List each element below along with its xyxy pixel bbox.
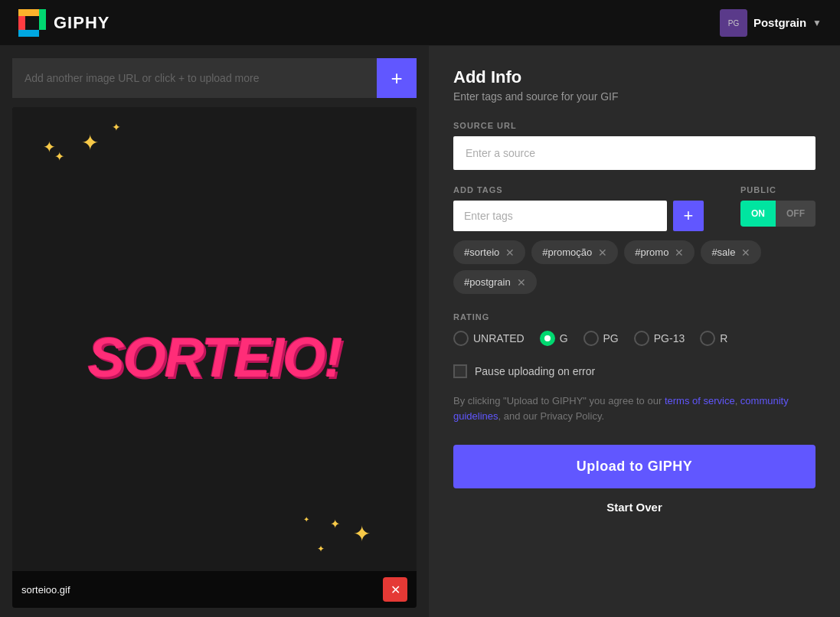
rating-g[interactable]: G xyxy=(540,331,568,346)
tag-chip-sale: #sale ✕ xyxy=(701,240,761,264)
radio-unrated xyxy=(453,331,469,346)
radio-pg13 xyxy=(634,331,649,346)
svg-rect-2 xyxy=(39,9,46,30)
add-tags-label: ADD TAGS xyxy=(453,185,722,194)
header: GIPHY PG Postgrain ▼ xyxy=(0,0,840,46)
public-toggle-area: PUBLIC ON OFF xyxy=(740,185,815,227)
gif-filename-label: sorteioo.gif xyxy=(21,584,70,596)
tag-remove-sale[interactable]: ✕ xyxy=(741,247,750,258)
tag-remove-sorteio[interactable]: ✕ xyxy=(505,247,515,258)
gif-filename-bar: sorteioo.gif ✕ xyxy=(12,571,417,608)
rating-options: UNRATED G PG PG-13 R xyxy=(453,331,815,346)
tag-chip-promo: #promo ✕ xyxy=(624,240,695,264)
toggle-off-button[interactable]: OFF xyxy=(776,201,815,227)
radio-g xyxy=(540,331,555,346)
logo-text: GIPHY xyxy=(54,13,109,33)
source-url-label: SOURCE URL xyxy=(453,121,815,130)
source-url-input[interactable] xyxy=(453,136,815,170)
user-menu[interactable]: PG Postgrain ▼ xyxy=(720,9,822,37)
rating-pg13-label: PG-13 xyxy=(654,332,685,344)
star-icon-8: ✦ xyxy=(303,515,309,524)
pause-label: Pause uploading on error xyxy=(475,365,595,377)
star-icon-4: ✦ xyxy=(43,138,56,156)
tags-row: ADD TAGS + PUBLIC ON OFF xyxy=(453,185,815,231)
svg-rect-3 xyxy=(18,30,39,37)
terms-of-service-link[interactable]: terms of service xyxy=(665,395,735,406)
tag-chip-sorteio: #sorteio ✕ xyxy=(453,240,525,264)
tags-input[interactable] xyxy=(453,201,667,231)
toggle-on-button[interactable]: ON xyxy=(740,201,776,227)
gif-preview: ✦ ✦ ✦ ✦ ✦ ✦ ✦ ✦ SORTEIO! sorteioo.gif ✕ xyxy=(12,107,417,608)
rating-pg13[interactable]: PG-13 xyxy=(634,331,685,346)
tag-label-sorteio: #sorteio xyxy=(464,246,499,258)
add-info-title: Add Info xyxy=(453,67,815,87)
public-label: PUBLIC xyxy=(740,185,776,194)
star-icon-1: ✦ xyxy=(81,130,99,155)
rating-label: RATING xyxy=(453,312,815,322)
chevron-down-icon: ▼ xyxy=(812,18,822,28)
main-container: + ✦ ✦ ✦ ✦ ✦ ✦ ✦ ✦ SORTEIO! sorteioo.gif … xyxy=(0,46,840,617)
rating-pg-label: PG xyxy=(603,332,619,344)
url-input[interactable] xyxy=(12,58,377,98)
delete-gif-button[interactable]: ✕ xyxy=(383,577,407,602)
svg-text:PG: PG xyxy=(728,19,740,28)
username-label: Postgrain xyxy=(753,16,806,29)
left-panel: + ✦ ✦ ✦ ✦ ✦ ✦ ✦ ✦ SORTEIO! sorteioo.gif … xyxy=(0,46,429,617)
gif-canvas: ✦ ✦ ✦ ✦ ✦ ✦ ✦ ✦ SORTEIO! xyxy=(12,107,417,608)
radio-pg xyxy=(583,331,599,346)
tag-remove-postgrain[interactable]: ✕ xyxy=(517,277,526,288)
tag-label-sale: #sale xyxy=(711,246,735,258)
star-icon-6: ✦ xyxy=(330,517,340,531)
upload-to-giphy-button[interactable]: Upload to GIPHY xyxy=(453,445,815,488)
tag-label-postgrain: #postgrain xyxy=(464,276,511,288)
logo-area: GIPHY xyxy=(18,9,109,37)
tag-remove-promo[interactable]: ✕ xyxy=(675,247,684,258)
tag-label-promo: #promo xyxy=(635,246,668,258)
rating-r-label: R xyxy=(720,332,727,344)
rating-unrated[interactable]: UNRATED xyxy=(453,331,525,346)
tag-chip-promocao: #promoção ✕ xyxy=(531,240,618,264)
add-url-button[interactable]: + xyxy=(377,58,417,98)
right-panel: Add Info Enter tags and source for your … xyxy=(429,46,840,617)
legal-text-after: , and our Privacy Policy. xyxy=(498,410,604,422)
url-bar: + xyxy=(12,58,417,98)
radio-r xyxy=(700,331,715,346)
rating-unrated-label: UNRATED xyxy=(473,332,525,344)
add-tag-button[interactable]: + xyxy=(673,201,704,231)
rating-r[interactable]: R xyxy=(700,331,727,346)
rating-g-label: G xyxy=(560,332,568,344)
rating-pg[interactable]: PG xyxy=(583,331,619,346)
legal-text: By clicking "Upload to GIPHY" you agree … xyxy=(453,393,815,423)
pause-checkbox[interactable] xyxy=(453,364,467,378)
tag-label-promocao: #promoção xyxy=(542,246,592,258)
start-over-link[interactable]: Start Over xyxy=(453,501,815,514)
pause-row: Pause uploading on error xyxy=(453,364,815,378)
tag-chip-postgrain: #postgrain ✕ xyxy=(453,270,537,294)
star-icon-2: ✦ xyxy=(112,121,121,133)
avatar-image: PG xyxy=(720,9,747,37)
legal-comma: , xyxy=(735,395,740,406)
avatar: PG xyxy=(720,9,747,37)
add-info-subtitle: Enter tags and source for your GIF xyxy=(453,90,815,103)
public-toggle[interactable]: ON OFF xyxy=(740,201,815,227)
legal-text-before: By clicking "Upload to GIPHY" you agree … xyxy=(453,395,665,406)
tag-remove-promocao[interactable]: ✕ xyxy=(598,247,607,258)
star-icon-7: ✦ xyxy=(317,544,325,554)
sorteio-text: SORTEIO! xyxy=(88,326,342,389)
star-icon-5: ✦ xyxy=(353,521,371,547)
giphy-logo-icon xyxy=(18,9,46,37)
tags-list: #sorteio ✕ #promoção ✕ #promo ✕ #sale ✕ … xyxy=(453,240,815,294)
tags-input-area: + xyxy=(453,201,704,231)
